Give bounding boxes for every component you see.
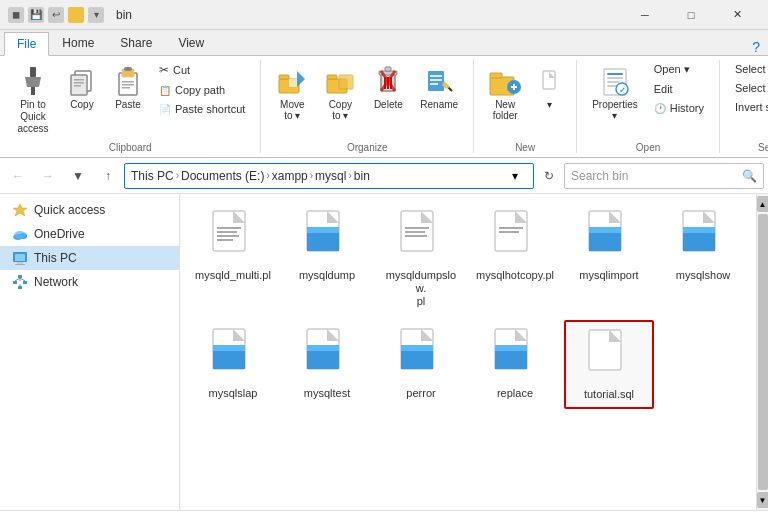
copy-to-button[interactable]: Copyto ▾: [317, 60, 363, 126]
svg-rect-34: [430, 83, 438, 85]
svg-rect-32: [430, 75, 442, 77]
file-item-mysqlshow[interactable]: mysqlshow: [658, 202, 748, 316]
invert-selection-button[interactable]: Invert selection: [728, 98, 768, 116]
edit-label: Edit: [654, 83, 673, 95]
scrollbar[interactable]: ▲ ▼: [756, 194, 768, 510]
title-bar-icons: ◼ 💾 ↩ ▾: [8, 7, 104, 23]
open-label: Open ▾: [654, 63, 690, 76]
rename-button[interactable]: Rename: [413, 60, 465, 115]
file-area[interactable]: mysqld_multi.pl mysqldump: [180, 194, 756, 510]
new-item-button[interactable]: ▾: [530, 60, 568, 115]
thispc-icon: [12, 250, 28, 266]
file-item-replace[interactable]: replace: [470, 320, 560, 409]
file-name: mysqlslap: [209, 387, 258, 400]
svg-rect-8: [74, 82, 84, 84]
svg-marker-51: [13, 204, 27, 216]
copy-path-button[interactable]: 📋 Copy path: [152, 81, 252, 99]
paste-button[interactable]: Paste: [106, 60, 150, 115]
paste-shortcut-button[interactable]: 📄 Paste shortcut: [152, 100, 252, 118]
sidebar-item-quickaccess[interactable]: Quick access: [0, 198, 179, 222]
breadcrumb-arrow3: ›: [310, 170, 313, 181]
file-name: mysqlshow: [676, 269, 730, 282]
search-bar[interactable]: Search bin 🔍: [564, 163, 764, 189]
address-bar[interactable]: This PC › Documents (E:) › xampp › mysql…: [124, 163, 534, 189]
back-button[interactable]: ←: [4, 163, 32, 189]
sidebar-item-network[interactable]: Network: [0, 270, 179, 294]
scroll-thumb[interactable]: [758, 214, 768, 490]
sidebar-item-thispc[interactable]: This PC: [0, 246, 179, 270]
scroll-up-button[interactable]: ▲: [757, 196, 769, 212]
tab-view[interactable]: View: [165, 31, 217, 55]
cut-label: Cut: [173, 64, 190, 76]
ribbon-group-open: ✓ Properties▾ Open ▾ Edit 🕐 History Open: [577, 60, 720, 153]
svg-line-64: [15, 278, 20, 281]
svg-rect-72: [217, 235, 239, 237]
svg-rect-57: [17, 262, 23, 264]
help-icon[interactable]: ?: [752, 39, 760, 55]
file-item-mysqldumpslow[interactable]: mysqldumpslow.pl: [376, 202, 466, 316]
svg-marker-19: [289, 79, 297, 87]
file-name: mysqltest: [304, 387, 350, 400]
file-item-mysqltest[interactable]: mysqltest: [282, 320, 372, 409]
rename-icon: [423, 65, 455, 97]
dropdown-icon: ▾: [88, 7, 104, 23]
file-item-mysqldump[interactable]: mysqldump: [282, 202, 372, 316]
svg-rect-22: [339, 75, 353, 89]
file-icon-exe6: [393, 327, 449, 383]
move-to-button[interactable]: Moveto ▾: [269, 60, 315, 126]
file-item-mysqlslap[interactable]: mysqlslap: [188, 320, 278, 409]
delete-button[interactable]: Delete: [365, 60, 411, 115]
file-item-mysqlimport[interactable]: mysqlimport: [564, 202, 654, 316]
up-button[interactable]: ↑: [94, 163, 122, 189]
file-item-mysqldmulti[interactable]: mysqld_multi.pl: [188, 202, 278, 316]
breadcrumb-xampp: xampp: [272, 169, 308, 183]
new-folder-icon: [489, 65, 521, 97]
tab-share[interactable]: Share: [107, 31, 165, 55]
paste-icon: [112, 65, 144, 97]
new-folder-button[interactable]: Newfolder: [482, 60, 528, 126]
svg-rect-33: [430, 79, 442, 81]
search-icon: 🔍: [742, 169, 757, 183]
tab-file[interactable]: File: [4, 32, 49, 56]
address-dropdown-button[interactable]: ▾: [503, 164, 527, 188]
breadcrumb-arrow2: ›: [266, 170, 269, 181]
properties-label: Properties▾: [592, 99, 638, 121]
pin-to-quick-button[interactable]: Pin to Quickaccess: [8, 60, 58, 140]
svg-rect-0: [30, 67, 36, 77]
new-label: New: [515, 140, 535, 153]
copy-icon: [66, 65, 98, 97]
open-button[interactable]: Open ▾: [647, 60, 711, 79]
history-button[interactable]: 🕐 History: [647, 99, 711, 117]
svg-rect-106: [401, 345, 433, 351]
svg-rect-9: [74, 85, 81, 87]
scroll-down-button[interactable]: ▼: [757, 492, 769, 508]
breadcrumb-mysql: mysql: [315, 169, 346, 183]
select-all-button[interactable]: Select all: [728, 60, 768, 78]
copy-button[interactable]: Copy: [60, 60, 104, 115]
tab-home[interactable]: Home: [49, 31, 107, 55]
file-name: mysqldumpslow.pl: [381, 269, 461, 309]
file-item-tutorialsql[interactable]: tutorial.sql: [564, 320, 654, 409]
onedrive-label: OneDrive: [34, 227, 85, 241]
edit-button[interactable]: Edit: [647, 80, 711, 98]
recent-locations-button[interactable]: ▼: [64, 163, 92, 189]
close-button[interactable]: ✕: [714, 0, 760, 30]
cut-button[interactable]: ✂ Cut: [152, 60, 252, 80]
select-none-button[interactable]: Select none: [728, 79, 768, 97]
file-icon-exe5: [299, 327, 355, 383]
svg-rect-102: [307, 345, 339, 351]
save-icon: 💾: [28, 7, 44, 23]
svg-rect-110: [495, 345, 527, 351]
paste-label: Paste: [115, 99, 141, 110]
minimize-button[interactable]: ─: [622, 0, 668, 30]
move-label: Moveto ▾: [280, 99, 304, 121]
file-item-mysqlhotcopy[interactable]: mysqlhotcopy.pl: [470, 202, 560, 316]
refresh-button[interactable]: ↻: [536, 163, 562, 189]
forward-button[interactable]: →: [34, 163, 62, 189]
copy-to-label: Copyto ▾: [329, 99, 352, 121]
open-label: Open: [636, 140, 660, 153]
maximize-button[interactable]: □: [668, 0, 714, 30]
properties-button[interactable]: ✓ Properties▾: [585, 60, 645, 126]
sidebar-item-onedrive[interactable]: OneDrive: [0, 222, 179, 246]
file-item-perror[interactable]: perror: [376, 320, 466, 409]
